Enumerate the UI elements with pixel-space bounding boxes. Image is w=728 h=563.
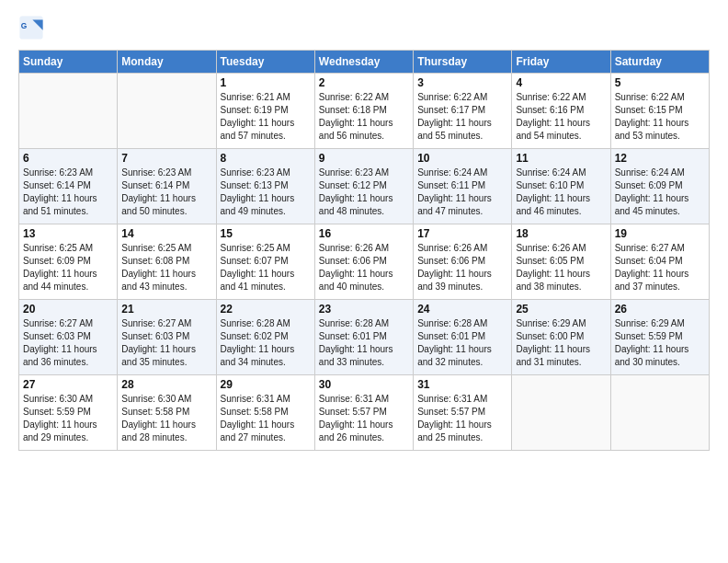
day-info: Sunrise: 6:27 AMSunset: 6:03 PMDaylight:… (23, 317, 113, 369)
day-number: 28 (121, 378, 211, 391)
day-number: 7 (121, 152, 211, 165)
calendar-cell: 28Sunrise: 6:30 AMSunset: 5:58 PMDayligh… (118, 375, 216, 451)
day-info: Sunrise: 6:23 AMSunset: 6:13 PMDaylight:… (221, 167, 311, 218)
calendar-cell: 29Sunrise: 6:31 AMSunset: 5:58 PMDayligh… (216, 375, 314, 451)
calendar-cell: 2Sunrise: 6:22 AMSunset: 6:18 PMDaylight… (314, 74, 413, 149)
day-number: 31 (417, 378, 507, 391)
calendar-week-row: 13Sunrise: 6:25 AMSunset: 6:09 PMDayligh… (19, 224, 710, 300)
calendar-cell: 13Sunrise: 6:25 AMSunset: 6:09 PMDayligh… (19, 224, 118, 300)
day-info: Sunrise: 6:26 AMSunset: 6:06 PMDaylight:… (319, 242, 409, 293)
day-number: 29 (221, 378, 311, 391)
day-number: 4 (516, 76, 606, 89)
calendar-cell: 6Sunrise: 6:23 AMSunset: 6:14 PMDaylight… (19, 149, 118, 224)
day-number: 27 (23, 378, 113, 391)
calendar-cell: 5Sunrise: 6:22 AMSunset: 6:15 PMDaylight… (610, 74, 709, 149)
calendar-cell: 21Sunrise: 6:27 AMSunset: 6:03 PMDayligh… (118, 300, 216, 375)
page: G SundayMondayTuesdayWednesdayThursdayFr… (0, 0, 728, 563)
calendar-cell: 12Sunrise: 6:24 AMSunset: 6:09 PMDayligh… (610, 149, 709, 224)
calendar-day-header: Saturday (610, 51, 709, 74)
calendar-week-row: 27Sunrise: 6:30 AMSunset: 5:59 PMDayligh… (19, 375, 710, 451)
calendar-day-header: Thursday (414, 51, 512, 74)
calendar-cell: 14Sunrise: 6:25 AMSunset: 6:08 PMDayligh… (118, 224, 216, 300)
calendar-table: SundayMondayTuesdayWednesdayThursdayFrid… (18, 50, 710, 451)
calendar-day-header: Sunday (19, 51, 118, 74)
calendar-cell: 24Sunrise: 6:28 AMSunset: 6:01 PMDayligh… (414, 300, 512, 375)
day-number: 13 (23, 227, 113, 240)
calendar-cell: 9Sunrise: 6:23 AMSunset: 6:12 PMDaylight… (314, 149, 413, 224)
day-number: 16 (319, 227, 409, 240)
day-info: Sunrise: 6:26 AMSunset: 6:06 PMDaylight:… (417, 242, 507, 293)
calendar-cell: 19Sunrise: 6:27 AMSunset: 6:04 PMDayligh… (610, 224, 709, 300)
calendar-cell: 3Sunrise: 6:22 AMSunset: 6:17 PMDaylight… (414, 74, 512, 149)
day-number: 1 (221, 76, 311, 89)
day-number: 23 (319, 303, 409, 316)
day-number: 24 (417, 303, 507, 316)
calendar-cell: 18Sunrise: 6:26 AMSunset: 6:05 PMDayligh… (512, 224, 610, 300)
day-number: 15 (221, 227, 311, 240)
calendar-cell: 22Sunrise: 6:28 AMSunset: 6:02 PMDayligh… (216, 300, 314, 375)
day-number: 25 (516, 303, 606, 316)
day-info: Sunrise: 6:28 AMSunset: 6:01 PMDaylight:… (319, 317, 409, 369)
day-number: 14 (121, 227, 211, 240)
calendar-header-row: SundayMondayTuesdayWednesdayThursdayFrid… (19, 51, 710, 74)
day-info: Sunrise: 6:25 AMSunset: 6:09 PMDaylight:… (23, 242, 113, 293)
day-info: Sunrise: 6:28 AMSunset: 6:01 PMDaylight:… (417, 317, 507, 369)
calendar-cell: 25Sunrise: 6:29 AMSunset: 6:00 PMDayligh… (512, 300, 610, 375)
calendar-cell: 1Sunrise: 6:21 AMSunset: 6:19 PMDaylight… (216, 74, 314, 149)
day-info: Sunrise: 6:27 AMSunset: 6:03 PMDaylight:… (121, 317, 211, 369)
day-number: 21 (121, 303, 211, 316)
header: G (18, 15, 710, 40)
day-number: 30 (319, 378, 409, 391)
day-info: Sunrise: 6:24 AMSunset: 6:10 PMDaylight:… (516, 167, 606, 218)
day-number: 9 (319, 152, 409, 165)
day-info: Sunrise: 6:22 AMSunset: 6:16 PMDaylight:… (516, 91, 606, 143)
calendar-cell: 23Sunrise: 6:28 AMSunset: 6:01 PMDayligh… (314, 300, 413, 375)
calendar-cell: 11Sunrise: 6:24 AMSunset: 6:10 PMDayligh… (512, 149, 610, 224)
day-info: Sunrise: 6:30 AMSunset: 5:58 PMDaylight:… (121, 393, 211, 444)
logo-icon: G (18, 15, 44, 40)
day-number: 2 (319, 76, 409, 89)
day-info: Sunrise: 6:27 AMSunset: 6:04 PMDaylight:… (615, 242, 705, 293)
day-number: 17 (417, 227, 507, 240)
day-info: Sunrise: 6:24 AMSunset: 6:09 PMDaylight:… (615, 167, 705, 218)
logo-area: G (18, 15, 48, 40)
day-info: Sunrise: 6:25 AMSunset: 6:08 PMDaylight:… (121, 242, 211, 293)
calendar-cell (118, 74, 216, 149)
day-info: Sunrise: 6:31 AMSunset: 5:57 PMDaylight:… (417, 393, 507, 444)
day-info: Sunrise: 6:22 AMSunset: 6:17 PMDaylight:… (417, 91, 507, 143)
day-info: Sunrise: 6:23 AMSunset: 6:12 PMDaylight:… (319, 167, 409, 218)
day-info: Sunrise: 6:24 AMSunset: 6:11 PMDaylight:… (417, 167, 507, 218)
day-info: Sunrise: 6:29 AMSunset: 5:59 PMDaylight:… (615, 317, 705, 369)
day-number: 20 (23, 303, 113, 316)
day-number: 8 (221, 152, 311, 165)
calendar-day-header: Tuesday (216, 51, 314, 74)
calendar-cell: 10Sunrise: 6:24 AMSunset: 6:11 PMDayligh… (414, 149, 512, 224)
day-number: 6 (23, 152, 113, 165)
calendar-day-header: Wednesday (314, 51, 413, 74)
calendar-week-row: 1Sunrise: 6:21 AMSunset: 6:19 PMDaylight… (19, 74, 710, 149)
calendar-cell: 4Sunrise: 6:22 AMSunset: 6:16 PMDaylight… (512, 74, 610, 149)
day-number: 11 (516, 152, 606, 165)
day-info: Sunrise: 6:23 AMSunset: 6:14 PMDaylight:… (121, 167, 211, 218)
calendar-cell: 16Sunrise: 6:26 AMSunset: 6:06 PMDayligh… (314, 224, 413, 300)
calendar-week-row: 20Sunrise: 6:27 AMSunset: 6:03 PMDayligh… (19, 300, 710, 375)
day-number: 18 (516, 227, 606, 240)
day-number: 3 (417, 76, 507, 89)
calendar-cell (512, 375, 610, 451)
day-info: Sunrise: 6:25 AMSunset: 6:07 PMDaylight:… (221, 242, 311, 293)
day-info: Sunrise: 6:23 AMSunset: 6:14 PMDaylight:… (23, 167, 113, 218)
calendar-day-header: Monday (118, 51, 216, 74)
calendar-cell: 20Sunrise: 6:27 AMSunset: 6:03 PMDayligh… (19, 300, 118, 375)
calendar-day-header: Friday (512, 51, 610, 74)
day-info: Sunrise: 6:31 AMSunset: 5:57 PMDaylight:… (319, 393, 409, 444)
day-info: Sunrise: 6:30 AMSunset: 5:59 PMDaylight:… (23, 393, 113, 444)
calendar-week-row: 6Sunrise: 6:23 AMSunset: 6:14 PMDaylight… (19, 149, 710, 224)
day-info: Sunrise: 6:29 AMSunset: 6:00 PMDaylight:… (516, 317, 606, 369)
calendar-cell: 7Sunrise: 6:23 AMSunset: 6:14 PMDaylight… (118, 149, 216, 224)
day-info: Sunrise: 6:22 AMSunset: 6:18 PMDaylight:… (319, 91, 409, 143)
calendar-cell (19, 74, 118, 149)
calendar-cell: 17Sunrise: 6:26 AMSunset: 6:06 PMDayligh… (414, 224, 512, 300)
day-number: 22 (221, 303, 311, 316)
day-info: Sunrise: 6:22 AMSunset: 6:15 PMDaylight:… (615, 91, 705, 143)
calendar-cell: 31Sunrise: 6:31 AMSunset: 5:57 PMDayligh… (414, 375, 512, 451)
